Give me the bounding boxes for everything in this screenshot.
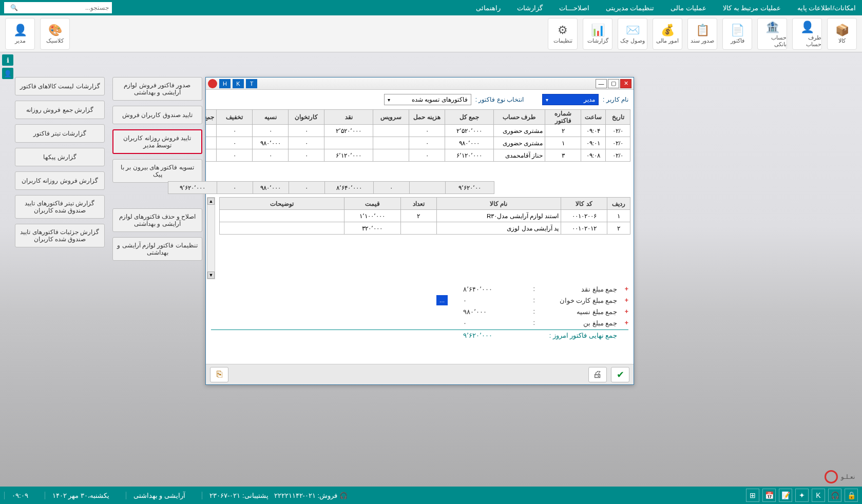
grid-cell: ۰ — [289, 149, 324, 162]
status-sales-phone: ۰۲۱-۲۲۲۲۱۱۴۲ — [274, 492, 316, 499]
sb-grid-icon[interactable]: ⊞ — [746, 489, 759, 502]
grid-row[interactable]: ۰۲/۰۰۹:۰۱۱مشتری حضوری۹۸۰٬۰۰۰۰۰۹۸۰٬۰۰۰۰۹۸… — [206, 137, 630, 149]
grid-cell — [373, 125, 409, 137]
ribbon-btn-current-user[interactable]: 👤مدیر — [5, 18, 35, 50]
report-btn-users-daily-sales[interactable]: گزارش فروش روزانه کاربران — [15, 171, 105, 190]
print-button[interactable]: 🖨 — [588, 367, 607, 382]
titlebar-btn-t[interactable]: T — [246, 79, 257, 88]
sb-letter-k-icon[interactable]: K — [812, 489, 825, 502]
items-cell: ۲ — [400, 210, 436, 222]
user-select-value: مدیر — [584, 96, 595, 103]
status-sales-label: فروش: — [318, 492, 338, 499]
confirm-button[interactable]: ✔ — [611, 367, 629, 382]
items-row[interactable]: ۲۰۰۱۰۲۰۱۲پد آرایشی مدل لوزی۳۲۰٬۰۰۰ — [220, 222, 630, 235]
search-container: 🔍 — [4, 2, 112, 13]
sidebar-info-icon[interactable]: ℹ — [2, 54, 13, 66]
titlebar-btn-k[interactable]: K — [233, 79, 244, 88]
report-btn-confirm-daily-sales[interactable]: تایید فروش روزانه کاربران توسط مدیر — [112, 129, 202, 154]
mini-sidebar: ℹ 👤 — [0, 52, 15, 81]
col-cash: نقد — [324, 110, 373, 125]
ribbon-btn-voucher[interactable]: 📋صدور سند — [687, 18, 717, 50]
grid-cell: ۶٬۱۲۰٬۰۰۰ — [206, 149, 217, 162]
grid-row[interactable]: ۰۲/۰۰۹:۰۴۲مشتری حضوری۲٬۵۲۰٬۰۰۰۰۲٬۵۲۰٬۰۰۰… — [206, 125, 630, 137]
report-btn-confirmed-detail[interactable]: گزارش جزئیات فاکتورهای تایید صندوق شده ک… — [15, 224, 105, 247]
grid-cell: ۰ — [409, 149, 445, 162]
totals-card: ۰ — [289, 182, 324, 194]
items-grid[interactable]: ردیف کد کالا نام کالا تعداد قیمت توضیحات… — [219, 197, 630, 235]
minimize-button[interactable]: — — [596, 79, 607, 88]
report-btn-edit-delete-invoice[interactable]: اصلاح و حذف فاکتورهای لوازم آرایشی و بهد… — [112, 208, 202, 232]
ribbon-btn-reports[interactable]: 📊گزارشات — [583, 18, 612, 50]
inner-window-titlebar: H K T — ▢ ✕ — [206, 77, 634, 90]
icol-code: کد کالا — [561, 198, 607, 210]
ribbon-btn-account-party[interactable]: 👤طرف حساب — [792, 18, 822, 50]
grid-row[interactable]: ۰۲/۰۰۹:۰۸۳حناز آقامحمدی۶٬۱۲۰٬۰۰۰۰۶٬۱۲۰٬۰… — [206, 149, 630, 162]
status-sales: 🎧 فروش: ۰۲۱-۲۲۲۲۱۱۴۲ پشتیبانی: ۰۲۱-۲۳۰۶۷ — [202, 492, 355, 499]
invoice-type-label: انتخاب نوع فاکتور : — [475, 96, 524, 103]
ribbon: 📦کالا 👤طرف حساب 🏦حساب بانکی 📄فاکتور 📋صدو… — [0, 15, 862, 52]
summary-credit: + جمع مبلغ نسیه : ۹۸۰٬۰۰۰ — [211, 306, 628, 317]
report-btn-invoice-header[interactable]: گزارشات تیتر فاکتور — [15, 124, 105, 143]
menu-item-goods-ops[interactable]: عملیات مرتبط به کالا — [721, 1, 783, 15]
maximize-button[interactable]: ▢ — [608, 79, 619, 88]
report-btn-settle-delivery[interactable]: تسویه فاکتور های بیرون بر با پیک — [112, 159, 202, 183]
items-row[interactable]: ۱۰۰۱۰۲۰۰۶استند لوازم آرایشی مدلR۳۰۲۱٬۱۰۰… — [220, 210, 630, 222]
scroll-up-icon[interactable]: ▲ — [207, 198, 215, 205]
exit-button[interactable]: ⎘ — [210, 367, 228, 382]
sidebar-user-icon[interactable]: 👤 — [2, 68, 13, 79]
totals-cash: ۸٬۶۴۰٬۰۰۰ — [324, 182, 373, 194]
sb-calendar-icon[interactable]: 📅 — [762, 489, 776, 502]
ribbon-btn-invoice[interactable]: 📄فاکتور — [722, 18, 752, 50]
statusbar: ⊞ 📅 📝 ✦ K 🎧 🔒 🎧 فروش: ۰۲۱-۲۲۲۲۱۱۴۲ پشتیب… — [0, 487, 862, 504]
ribbon-btn-kala[interactable]: 📦کالا — [827, 18, 857, 50]
sb-lock-icon[interactable]: 🔒 — [845, 489, 858, 502]
col-invoice-no: شماره فاکتور — [545, 110, 581, 125]
ribbon-label: مدیر — [15, 37, 26, 44]
user-select[interactable]: مدیر ▾ — [542, 94, 599, 105]
menu-item-base[interactable]: امکانات/اطلاعات پایه — [795, 1, 858, 15]
icol-name: نام کالا — [436, 198, 561, 210]
menu-item-help[interactable]: راهنمائی — [474, 1, 503, 15]
plus-icon: + — [622, 297, 628, 304]
report-btn-invoice-items-list[interactable]: گزارشات لیست کالاهای فاکتور — [15, 77, 105, 95]
sb-headset-icon[interactable]: 🎧 — [828, 489, 841, 502]
grid-cell — [324, 137, 373, 149]
search-icon[interactable]: 🔍 — [8, 4, 20, 11]
ribbon-btn-cheque[interactable]: ✉️وصول چک — [618, 18, 647, 50]
ellipsis-button[interactable]: … — [436, 295, 448, 305]
menu-item-corrections[interactable]: اصلاحـــات — [557, 1, 591, 15]
menu-item-mgmt-settings[interactable]: تنظیمات مدیریتی — [604, 1, 657, 15]
ribbon-btn-settings[interactable]: ⚙تنظیمات — [548, 18, 578, 50]
ribbon-btn-bank-account[interactable]: 🏦حساب بانکی — [757, 18, 787, 50]
status-time: ۰۹:۰۹ — [4, 492, 35, 499]
sb-note-icon[interactable]: 📝 — [779, 489, 792, 502]
scroll-down-icon[interactable]: ▼ — [207, 272, 215, 279]
report-btn-confirmed-header[interactable]: گزارش تیتر فاکتورهای تایید صندوق شده کار… — [15, 195, 105, 219]
menu-item-financial-ops[interactable]: عملیات مالی — [668, 1, 708, 15]
gear-icon: ⚙ — [558, 23, 568, 37]
report-btn-issue-invoice[interactable]: صدور فاکتور فروش لوازم آرایشی و بهداشتی — [112, 77, 202, 101]
ribbon-btn-theme-classic[interactable]: 🎨کلاسیک — [40, 18, 70, 50]
report-btn-confirm-cashbox[interactable]: تایید صندوق کاربران فروش — [112, 106, 202, 124]
summary-card-label: جمع مبلغ کارت خوان — [540, 297, 617, 304]
items-cell: ۲ — [607, 222, 630, 235]
invoice-type-select[interactable]: فاکتورهای تسویه شده ▾ — [384, 94, 471, 105]
items-scrollbar[interactable]: ▲ ▼ — [207, 197, 215, 279]
invoice-grid[interactable]: تاریخ ساعت شماره فاکتور طرف حساب جمع کل … — [206, 109, 630, 162]
grid-cell: ۲٬۵۲۰٬۰۰۰ — [445, 125, 494, 137]
search-input[interactable] — [20, 3, 112, 13]
report-btn-daily-sales-sum[interactable]: گزارش جمع فروش روزانه — [15, 101, 105, 119]
sb-share-icon[interactable]: ✦ — [795, 489, 809, 502]
envelope-icon: ✉️ — [626, 23, 640, 37]
plus-icon: + — [622, 285, 628, 293]
ribbon-btn-finance[interactable]: 💰امور مالی — [653, 18, 682, 50]
grid-cell: ۲٬۵۲۰٬۰۰۰ — [206, 125, 217, 137]
items-cell: پد آرایشی مدل لوزی — [436, 222, 561, 235]
close-button[interactable]: ✕ — [620, 79, 631, 88]
report-btn-invoice-settings[interactable]: تنظیمات فاکتور لوازم آرایشی و بهداشتی — [112, 237, 202, 261]
summary-final-label: جمع نهایی فاکتور امروز : — [540, 332, 617, 339]
titlebar-btn-h[interactable]: H — [219, 79, 231, 88]
document-icon: 📄 — [731, 23, 744, 37]
report-btn-couriers[interactable]: گزارش پیکها — [15, 148, 105, 166]
menu-item-reports[interactable]: گزارشات — [515, 1, 545, 15]
